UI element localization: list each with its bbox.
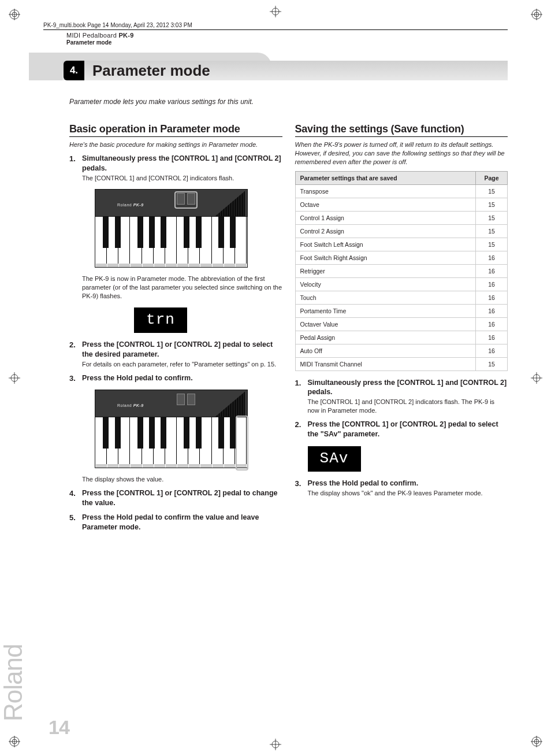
table-row: Control 2 Assign15: [295, 224, 508, 238]
step-head: Press the Hold pedal to confirm.: [82, 373, 282, 383]
table-row: MIDI Transmit Channel15: [295, 357, 508, 370]
param-name-cell: MIDI Transmit Channel: [295, 357, 476, 370]
right-column: Saving the settings (Save function) When…: [295, 123, 508, 537]
table-row: Auto Off16: [295, 344, 508, 357]
step-item: Press the Hold pedal to confirm. The dis…: [295, 479, 508, 498]
param-name-cell: Control 1 Assign: [295, 211, 476, 224]
step-head: Press the [CONTROL 1] or [CONTROL 2] ped…: [82, 340, 282, 360]
step-item: Press the [CONTROL 1] or [CONTROL 2] ped…: [69, 340, 282, 369]
registration-mark-icon: [9, 9, 20, 20]
pedal-keys-icon: [95, 217, 248, 268]
param-name-cell: Transpose: [295, 184, 476, 198]
section-heading-basic-operation: Basic operation in Parameter mode: [69, 123, 282, 137]
table-row: Velocity16: [295, 277, 508, 291]
param-name-cell: Foot Switch Right Assign: [295, 251, 476, 264]
step-head: Simultaneously press the [CONTROL 1] and…: [308, 378, 508, 398]
table-header-param: Parameter settings that are saved: [295, 171, 476, 184]
pedalboard-figure: Roland PK-9: [95, 189, 282, 268]
registration-mark-icon: [531, 9, 542, 20]
step-item: Press the Hold pedal to confirm. Roland …: [69, 373, 282, 484]
pedalboard-model-label: PK-9: [133, 203, 144, 207]
pedalboard-model-label: PK-9: [133, 403, 144, 407]
step-note: The PK-9 is now in Parameter mode. The a…: [82, 275, 282, 301]
pedal-keys-icon: [95, 417, 248, 468]
step-body: The [CONTROL 1] and [CONTROL 2] indicato…: [82, 174, 282, 183]
expression-pedal-icon: [215, 191, 245, 216]
table-header-page: Page: [476, 171, 508, 184]
product-line: MIDI Pedalboard PK-9: [66, 32, 508, 39]
lcd-text: SAv: [320, 449, 349, 469]
param-name-cell: Foot Switch Left Assign: [295, 238, 476, 251]
param-page-cell: 16: [476, 291, 508, 304]
param-name-cell: Retrigger: [295, 264, 476, 277]
running-header: Parameter mode: [66, 39, 508, 46]
step-item: Simultaneously press the [CONTROL 1] and…: [295, 378, 508, 415]
step-item: Press the [CONTROL 1] or [CONTROL 2] ped…: [295, 420, 508, 472]
param-page-cell: 16: [476, 264, 508, 277]
section-intro: When the PK-9's power is turned off, it …: [295, 140, 508, 166]
param-page-cell: 16: [476, 304, 508, 317]
expression-pedal-icon: [215, 391, 245, 417]
step-head: Press the Hold pedal to confirm the valu…: [82, 513, 282, 532]
param-page-cell: 16: [476, 344, 508, 357]
step-item: Press the Hold pedal to confirm the valu…: [69, 513, 282, 532]
param-name-cell: Auto Off: [295, 344, 476, 357]
param-name-cell: Pedal Assign: [295, 331, 476, 344]
product-model: PK-9: [118, 32, 133, 39]
table-row: Foot Switch Left Assign15: [295, 238, 508, 251]
crop-mark-icon: [270, 6, 281, 17]
param-page-cell: 16: [476, 331, 508, 344]
saved-parameters-table: Parameter settings that are saved Page T…: [295, 171, 508, 371]
lcd-display: SAv: [308, 446, 361, 472]
param-name-cell: Octaver Value: [295, 317, 476, 331]
registration-mark-icon: [531, 736, 542, 747]
step-note: The display shows the value.: [82, 475, 282, 484]
step-head: Press the [CONTROL 1] or [CONTROL 2] ped…: [308, 420, 508, 439]
step-body: The display shows "ok" and the PK-9 leav…: [308, 489, 508, 498]
chapter-title-bar: 4. Parameter mode: [29, 53, 508, 80]
table-row: Transpose15: [295, 184, 508, 198]
table-row: Pedal Assign16: [295, 331, 508, 344]
chapter-title: Parameter mode: [92, 61, 210, 80]
param-page-cell: 15: [476, 211, 508, 224]
table-row: Touch16: [295, 291, 508, 304]
crop-mark-icon: [9, 372, 20, 384]
hold-pedal-highlight: [236, 416, 248, 470]
source-file-header: PK-9_multi.book Page 14 Monday, April 23…: [43, 22, 508, 30]
table-row: Control 1 Assign15: [295, 211, 508, 224]
step-item: Press the [CONTROL 1] or [CONTROL 2] ped…: [69, 488, 282, 508]
param-name-cell: Control 2 Assign: [295, 224, 476, 238]
param-page-cell: 15: [476, 184, 508, 198]
brand-watermark: Roland: [0, 644, 28, 721]
pedalboard-figure: Roland PK-9: [95, 390, 282, 468]
param-page-cell: 16: [476, 317, 508, 331]
param-page-cell: 15: [476, 238, 508, 251]
step-head: Simultaneously press the [CONTROL 1] and…: [82, 154, 282, 173]
param-name-cell: Touch: [295, 291, 476, 304]
param-page-cell: 16: [476, 251, 508, 264]
lcd-display: trn: [134, 307, 187, 333]
lcd-text: trn: [146, 310, 175, 330]
param-page-cell: 16: [476, 277, 508, 291]
step-head: Press the [CONTROL 1] or [CONTROL 2] ped…: [82, 488, 282, 508]
param-name-cell: Portamento Time: [295, 304, 476, 317]
table-row: Portamento Time16: [295, 304, 508, 317]
param-page-cell: 15: [476, 198, 508, 211]
crop-mark-icon: [270, 739, 281, 750]
step-head: Press the Hold pedal to confirm.: [308, 479, 508, 488]
product-line-text: MIDI Pedalboard: [66, 32, 118, 39]
section-heading-saving: Saving the settings (Save function): [295, 123, 508, 137]
chapter-number: 4.: [64, 61, 84, 80]
table-row: Retrigger16: [295, 264, 508, 277]
control-pedals-highlight: [174, 191, 198, 209]
page-number: 14: [49, 716, 69, 739]
param-page-cell: 15: [476, 224, 508, 238]
step-body: The [CONTROL 1] and [CONTROL 2] indicato…: [308, 398, 508, 415]
table-row: Octaver Value16: [295, 317, 508, 331]
left-column: Basic operation in Parameter mode Here's…: [69, 123, 282, 537]
param-name-cell: Velocity: [295, 277, 476, 291]
crop-mark-icon: [531, 372, 542, 384]
table-row: Octave15: [295, 198, 508, 211]
step-body: For details on each parameter, refer to …: [82, 360, 282, 369]
table-row: Foot Switch Right Assign16: [295, 251, 508, 264]
